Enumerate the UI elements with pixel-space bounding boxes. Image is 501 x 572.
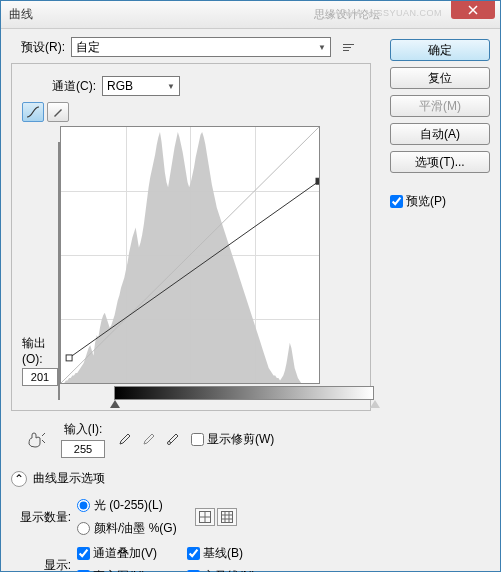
- black-eyedropper[interactable]: [115, 431, 133, 449]
- show-label: 显示:: [11, 557, 71, 573]
- preset-row: 预设(R): 自定 ▼: [11, 37, 390, 57]
- preset-select[interactable]: 自定 ▼: [71, 37, 331, 57]
- pencil-icon: [52, 106, 64, 118]
- intersection-checkbox[interactable]: 交叉线(N): [187, 568, 297, 572]
- show-amount-label: 显示数量:: [11, 509, 71, 526]
- chevron-down-icon: ▼: [318, 43, 326, 52]
- left-column: 预设(R): 自定 ▼ 通道(C): RGB ▼: [11, 37, 390, 572]
- preset-menu-button[interactable]: [343, 38, 361, 56]
- chevron-up-icon: ⌃: [14, 472, 24, 486]
- pigment-radio[interactable]: 颜料/油墨 %(G): [77, 520, 177, 537]
- grid-small-icon: [199, 511, 211, 523]
- preview-checkbox[interactable]: 预览(P): [390, 193, 490, 210]
- white-point-slider[interactable]: [370, 400, 380, 408]
- on-image-adjust[interactable]: [25, 430, 51, 450]
- channel-overlay-checkbox[interactable]: 通道叠加(V): [77, 545, 187, 562]
- curve-display-options: 显示数量: 光 (0-255)(L) 颜料/油墨 %(G): [11, 497, 390, 572]
- output-input[interactable]: [22, 368, 58, 386]
- options-button[interactable]: 选项(T)...: [390, 151, 490, 173]
- preset-label: 预设(R):: [11, 39, 65, 56]
- curve-display-options-header: ⌃ 曲线显示选项: [11, 470, 390, 487]
- chevron-down-icon: ▼: [167, 82, 175, 91]
- output-column: 输出(O):: [22, 126, 58, 400]
- content-area: 预设(R): 自定 ▼ 通道(C): RGB ▼: [1, 29, 500, 572]
- close-button[interactable]: [451, 1, 495, 19]
- output-label: 输出(O):: [22, 335, 58, 366]
- channel-value: RGB: [107, 79, 133, 93]
- white-eyedropper[interactable]: [163, 431, 181, 449]
- curves-dialog: 曲线 思缘设计论坛 WWW.MISSYUAN.COM 预设(R): 自定 ▼ 通…: [0, 0, 501, 572]
- titlebar: 曲线 思缘设计论坛 WWW.MISSYUAN.COM: [1, 1, 500, 29]
- svg-point-4: [168, 441, 171, 444]
- curve-tool-row: [22, 102, 360, 122]
- close-icon: [468, 5, 478, 15]
- curves-canvas[interactable]: [60, 126, 320, 384]
- x-gradient: [114, 386, 374, 400]
- grid-small-button[interactable]: [195, 508, 215, 526]
- channel-label: 通道(C):: [52, 78, 96, 95]
- svg-rect-2: [66, 355, 72, 361]
- eyedropper-group: [115, 431, 181, 449]
- svg-rect-8: [221, 512, 232, 523]
- reset-button[interactable]: 复位: [390, 67, 490, 89]
- pencil-curve-tool[interactable]: [47, 102, 69, 122]
- light-radio[interactable]: 光 (0-255)(L): [77, 497, 177, 514]
- watermark-url: WWW.MISSYUAN.COM: [336, 8, 442, 18]
- show-clipping-checkbox[interactable]: 显示修剪(W): [191, 431, 274, 448]
- show-amount-row: 显示数量: 光 (0-255)(L) 颜料/油墨 %(G): [11, 497, 390, 537]
- graph-area: 输出(O):: [22, 126, 360, 400]
- gray-eyedropper[interactable]: [139, 431, 157, 449]
- preset-value: 自定: [76, 39, 100, 56]
- black-point-slider[interactable]: [110, 400, 120, 408]
- ok-button[interactable]: 确定: [390, 39, 490, 61]
- input-label: 输入(I):: [64, 421, 103, 438]
- auto-button[interactable]: 自动(A): [390, 123, 490, 145]
- canvas-wrap: [60, 126, 374, 400]
- histogram: [61, 127, 319, 383]
- histogram-checkbox[interactable]: 直方图(H): [77, 568, 187, 572]
- collapse-button[interactable]: ⌃: [11, 471, 27, 487]
- eyedropper-icon: [117, 433, 131, 447]
- input-input[interactable]: [61, 440, 105, 458]
- grid-size-buttons: [195, 508, 237, 526]
- show-row: 显示: 通道叠加(V) 基线(B) 直方图(H) 交叉线(N): [11, 545, 390, 572]
- hand-icon: [25, 430, 51, 450]
- right-column: 确定 复位 平滑(M) 自动(A) 选项(T)... 预览(P): [390, 37, 490, 572]
- curve-icon: [26, 106, 40, 118]
- channel-select[interactable]: RGB ▼: [102, 76, 180, 96]
- channel-row: 通道(C): RGB ▼: [52, 76, 360, 96]
- eyedropper-icon: [141, 433, 155, 447]
- show-clipping-label: 显示修剪(W): [207, 431, 274, 448]
- baseline-checkbox[interactable]: 基线(B): [187, 545, 297, 562]
- curve-options-label: 曲线显示选项: [33, 470, 105, 487]
- graph-panel: 通道(C): RGB ▼ 输出(O):: [11, 63, 371, 411]
- svg-rect-3: [316, 178, 319, 184]
- point-curve-tool[interactable]: [22, 102, 44, 122]
- input-row: 输入(I): 显示修剪(W): [25, 421, 390, 458]
- grid-large-button[interactable]: [217, 508, 237, 526]
- grid-large-icon: [221, 511, 233, 523]
- smooth-button[interactable]: 平滑(M): [390, 95, 490, 117]
- eyedropper-icon: [165, 433, 179, 447]
